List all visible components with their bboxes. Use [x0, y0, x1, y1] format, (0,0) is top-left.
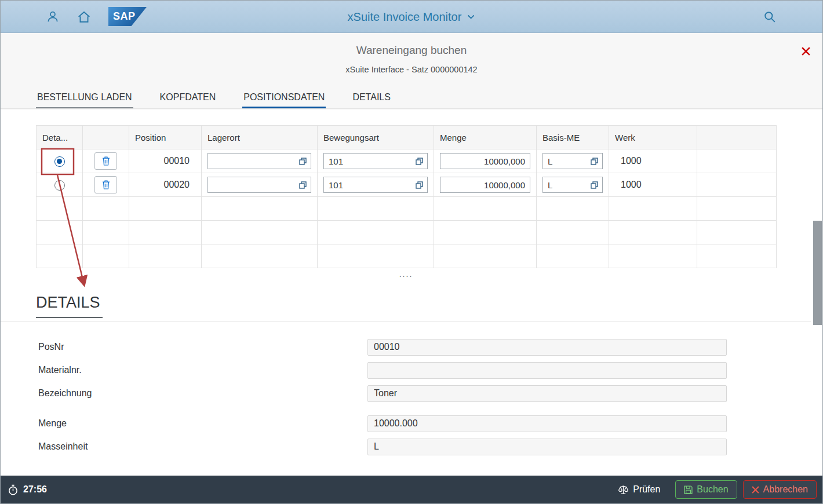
save-icon [684, 485, 693, 494]
cancel-x-icon [752, 486, 759, 494]
buchen-label: Buchen [697, 484, 728, 495]
chevron-down-icon [466, 12, 475, 21]
table-empty-row [37, 244, 777, 268]
row1-position: 00010 [129, 149, 202, 173]
row2-bewegungsart-input[interactable] [323, 177, 428, 193]
value-help-icon[interactable] [416, 158, 427, 165]
row2-position: 00020 [129, 173, 202, 197]
user-button[interactable] [46, 10, 60, 24]
row1-select-radio[interactable] [54, 156, 65, 167]
value-help-icon[interactable] [591, 158, 602, 165]
trash-icon [102, 156, 110, 166]
bezeichnung-input[interactable] [367, 385, 727, 402]
home-button[interactable] [77, 10, 91, 24]
col-delete [83, 126, 129, 149]
form-field-menge: Menge [1, 412, 822, 435]
row1-menge-input[interactable] [440, 153, 530, 169]
scales-icon [618, 484, 629, 495]
home-icon [77, 10, 91, 24]
positions-table: Deta... Position Lagerort Bewegungsart M… [36, 125, 776, 268]
row2-select-radio[interactable] [54, 180, 65, 191]
col-menge: Menge [434, 126, 537, 149]
row1-werk: 1000 [609, 149, 697, 173]
table-row-2: 00020 [37, 173, 777, 197]
section-divider [1, 322, 811, 322]
table-more-trigger[interactable]: .... [36, 268, 776, 279]
table-empty-row [37, 197, 777, 221]
form-field-masseinheit: Masseinheit [1, 435, 822, 458]
shell-bar: SAP xSuite Invoice Monitor [1, 1, 822, 33]
posnr-label: PosNr [1, 342, 367, 352]
bezeichnung-label: Bezeichnung [1, 388, 367, 399]
value-help-icon[interactable] [591, 181, 602, 189]
row2-menge-input[interactable] [440, 177, 530, 193]
tab-bestellung-laden[interactable]: BESTELLUNG LADEN [36, 87, 133, 108]
row1-bewegungsart-input[interactable] [323, 153, 428, 169]
value-help-icon[interactable] [416, 181, 427, 189]
tab-details[interactable]: DETAILS [351, 87, 392, 108]
footer-bar: 27:56 Prüfen Buchen Abbrechen [1, 476, 823, 503]
tab-positionsdaten[interactable]: POSITIONSDATEN [242, 87, 326, 108]
table-header-row: Deta... Position Lagerort Bewegungsart M… [37, 126, 777, 149]
app-title-menu[interactable]: xSuite Invoice Monitor [348, 1, 476, 33]
masseinheit-label: Masseinheit [1, 441, 367, 452]
value-help-icon[interactable] [299, 158, 311, 165]
value-help-icon[interactable] [299, 181, 311, 189]
materialnr-label: Materialnr. [1, 365, 367, 375]
dialog-subtitle: xSuite Interface - Satz 0000000142 [1, 65, 822, 74]
search-button[interactable] [763, 10, 776, 23]
row1-delete-button[interactable] [94, 152, 117, 170]
posnr-input[interactable] [367, 339, 727, 356]
stopwatch-icon [8, 484, 19, 495]
details-heading: DETAILS [36, 294, 103, 318]
row2-delete-button[interactable] [94, 176, 117, 193]
tab-strip: BESTELLUNG LADEN KOPFDATEN POSITIONSDATE… [1, 87, 822, 109]
materialnr-input[interactable] [367, 362, 727, 379]
table-row-1: 00010 [37, 149, 777, 173]
pruefen-label: Prüfen [633, 484, 660, 495]
close-button[interactable] [798, 43, 813, 59]
abbrechen-button[interactable]: Abbrechen [743, 480, 817, 499]
form-field-bezeichnung: Bezeichnung [1, 382, 822, 405]
form-field-posnr: PosNr [1, 335, 822, 359]
col-details: Deta... [37, 126, 83, 149]
dialog-header: Wareneingang buchen xSuite Interface - S… [1, 33, 822, 87]
details-form: PosNr Materialnr. Bezeichnung Menge Mass… [1, 335, 822, 458]
dialog-title: Wareneingang buchen [1, 33, 822, 57]
tab-kopfdaten[interactable]: KOPFDATEN [159, 87, 217, 108]
vertical-scrollbar[interactable] [813, 221, 822, 325]
col-basis-me: Basis-ME [537, 126, 609, 149]
app-window: SAP xSuite Invoice Monitor Wareneingang … [0, 0, 823, 504]
menge-label: Menge [1, 418, 367, 429]
close-icon [801, 46, 811, 56]
pruefen-button[interactable]: Prüfen [618, 484, 660, 495]
row1-basis-me-input[interactable] [542, 153, 603, 169]
trash-icon [102, 180, 110, 189]
abbrechen-label: Abbrechen [763, 484, 808, 495]
menge-input[interactable] [367, 415, 727, 432]
row2-basis-me-input[interactable] [542, 177, 603, 193]
col-werk: Werk [609, 126, 697, 149]
col-lagerort: Lagerort [202, 126, 318, 149]
buchen-button[interactable]: Buchen [675, 480, 737, 499]
session-timer: 27:56 [8, 484, 47, 495]
search-icon [763, 10, 776, 23]
row1-lagerort-input[interactable] [207, 153, 311, 169]
col-bewegungsart: Bewegungsart [318, 126, 434, 149]
col-position: Position [129, 126, 202, 149]
masseinheit-input[interactable] [367, 439, 727, 455]
app-title: xSuite Invoice Monitor [348, 10, 462, 24]
row2-werk: 1000 [609, 173, 697, 197]
table-empty-row [37, 221, 777, 244]
col-spare [697, 126, 777, 149]
form-field-materialnr: Materialnr. [1, 359, 822, 382]
timer-value: 27:56 [23, 484, 47, 495]
sap-logo[interactable]: SAP [108, 7, 147, 26]
person-icon [46, 10, 60, 24]
row2-lagerort-input[interactable] [207, 177, 311, 193]
